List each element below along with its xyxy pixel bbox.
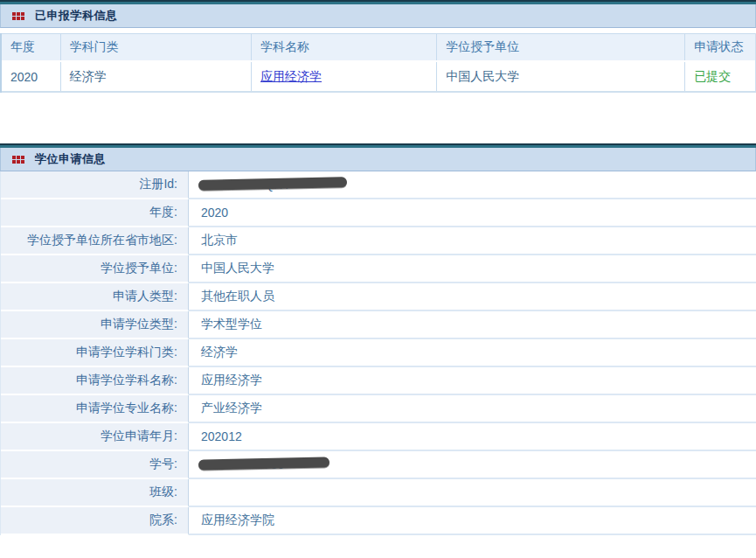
field-label: 学位授予单位所在省市地区: bbox=[1, 227, 189, 255]
cell-subject-name: 应用经济学 bbox=[252, 62, 437, 91]
column-header-category: 学科门类 bbox=[61, 34, 252, 60]
red-grid-icon bbox=[12, 12, 24, 20]
declared-subjects-panel-header: 已申报学科信息 bbox=[0, 4, 756, 28]
form-field-row: 学位授予单位所在省市地区: 北京市 bbox=[1, 227, 756, 255]
field-label: 申请学位学科名称: bbox=[1, 367, 189, 395]
field-value-text: 202012 bbox=[201, 429, 242, 443]
field-value-text: 2020 bbox=[201, 206, 228, 220]
application-info-form: 注册Id: 202012H55QHY 年度: 2020 学位授予单位所在省市地区… bbox=[0, 171, 756, 535]
declared-subjects-table: 年度 学科门类 学科名称 学位授予单位 申请状态 2020 经济学 应用经济学 … bbox=[0, 33, 756, 93]
form-field-row: 学号: 2TT412002736 bbox=[1, 451, 756, 479]
application-info-panel: 学位申请信息 注册Id: 202012H55QHY 年度: 2020 学位授予单… bbox=[0, 143, 756, 535]
status-badge: 已提交 bbox=[694, 69, 731, 85]
cell-year: 2020 bbox=[2, 62, 61, 91]
field-label: 院系: bbox=[1, 507, 189, 535]
column-header-year: 年度 bbox=[2, 34, 61, 60]
field-label: 申请学位专业名称: bbox=[1, 395, 189, 423]
field-label: 学号: bbox=[1, 451, 189, 479]
form-field-row: 注册Id: 202012H55QHY bbox=[1, 171, 756, 199]
redaction-scribble bbox=[198, 457, 329, 470]
degree-application-page: 已申报学科信息 年度 学科门类 学科名称 学位授予单位 申请状态 2020 经济… bbox=[0, 0, 756, 558]
cell-category: 经济学 bbox=[61, 62, 252, 91]
column-header-status: 申请状态 bbox=[685, 34, 755, 60]
field-label: 学位授予单位: bbox=[1, 255, 189, 283]
field-value bbox=[189, 479, 756, 507]
panel-gap bbox=[0, 93, 756, 143]
field-value: 经济学 bbox=[189, 339, 756, 367]
red-grid-icon bbox=[12, 156, 24, 164]
field-value-text: 学术型学位 bbox=[201, 317, 262, 332]
form-field-row: 班级: bbox=[1, 479, 756, 507]
field-value: 北京市 bbox=[189, 227, 756, 255]
subject-name-link[interactable]: 应用经济学 bbox=[260, 69, 322, 85]
field-label: 班级: bbox=[1, 479, 189, 507]
field-label: 申请人类型: bbox=[1, 283, 189, 311]
field-value: 202012H55QHY bbox=[189, 171, 756, 199]
form-field-row: 申请人类型: 其他在职人员 bbox=[1, 283, 756, 311]
panel-title: 已申报学科信息 bbox=[35, 8, 118, 24]
field-value: 应用经济学院 bbox=[189, 507, 756, 535]
cell-institution: 中国人民大学 bbox=[437, 62, 685, 91]
field-value: 2020 bbox=[189, 199, 756, 227]
field-value-text: 应用经济学院 bbox=[201, 513, 274, 528]
field-value: 202012 bbox=[189, 423, 756, 451]
column-header-institution: 学位授予单位 bbox=[437, 34, 685, 60]
field-value-text: 中国人民大学 bbox=[201, 261, 274, 276]
application-info-panel-header: 学位申请信息 bbox=[0, 148, 756, 171]
form-field-row: 学位申请年月: 202012 bbox=[1, 423, 756, 451]
declared-subjects-panel: 已申报学科信息 年度 学科门类 学科名称 学位授予单位 申请状态 2020 经济… bbox=[0, 0, 756, 93]
field-value: 应用经济学 bbox=[189, 367, 756, 395]
field-value: 2TT412002736 bbox=[189, 451, 756, 479]
panel-title: 学位申请信息 bbox=[35, 151, 106, 167]
cell-status: 已提交 bbox=[685, 62, 755, 91]
field-label: 注册Id: bbox=[1, 171, 189, 199]
field-value: 产业经济学 bbox=[189, 395, 756, 423]
field-value: 其他在职人员 bbox=[189, 283, 756, 311]
field-value-text: 北京市 bbox=[201, 233, 238, 248]
form-field-row: 申请学位学科名称: 应用经济学 bbox=[1, 367, 756, 395]
form-field-row: 院系: 应用经济学院 bbox=[1, 507, 756, 535]
field-value-text: 应用经济学 bbox=[201, 373, 262, 388]
subjects-table-header-row: 年度 学科门类 学科名称 学位授予单位 申请状态 bbox=[2, 33, 755, 62]
field-label: 申请学位类型: bbox=[1, 311, 189, 339]
form-field-row: 年度: 2020 bbox=[1, 199, 756, 227]
field-label: 年度: bbox=[1, 199, 189, 227]
field-value: 学术型学位 bbox=[189, 311, 756, 339]
redaction-scribble bbox=[198, 177, 347, 191]
field-value-text: 经济学 bbox=[201, 345, 238, 360]
form-field-row: 申请学位学科门类: 经济学 bbox=[1, 339, 756, 367]
column-header-subject-name: 学科名称 bbox=[252, 34, 437, 60]
form-field-row: 学位授予单位: 中国人民大学 bbox=[1, 255, 756, 283]
form-field-row: 申请学位专业名称: 产业经济学 bbox=[1, 395, 756, 423]
field-value-text: 产业经济学 bbox=[201, 401, 262, 416]
field-label: 学位申请年月: bbox=[1, 423, 189, 451]
subjects-table-row: 2020 经济学 应用经济学 中国人民大学 已提交 bbox=[2, 62, 755, 93]
field-label: 申请学位学科门类: bbox=[1, 339, 189, 367]
field-value-text: 其他在职人员 bbox=[201, 289, 274, 304]
field-value: 中国人民大学 bbox=[189, 255, 756, 283]
form-field-row: 申请学位类型: 学术型学位 bbox=[1, 311, 756, 339]
